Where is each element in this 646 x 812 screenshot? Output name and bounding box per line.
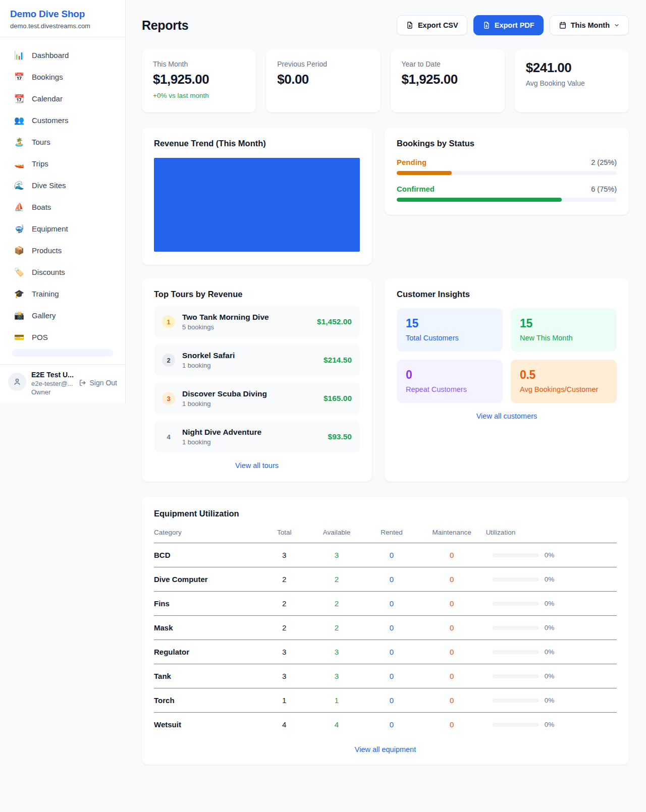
sidebar-item-bookings[interactable]: 📅 Bookings: [6, 66, 119, 88]
tile-value: 15: [406, 317, 494, 330]
utilization-label: 0%: [545, 672, 555, 680]
stat-value: $0.00: [277, 72, 369, 87]
stat-label: Year to Date: [402, 60, 494, 68]
sidebar-item-pos[interactable]: 💳 POS: [6, 326, 119, 348]
sidebar-item-dive-sites[interactable]: 🌊 Dive Sites: [6, 175, 119, 196]
col-header-available: Available: [308, 529, 365, 543]
cell-category: Regulator: [154, 640, 261, 664]
tour-row[interactable]: 3 Discover Scuba Diving 1 booking $165.0…: [154, 383, 360, 414]
cell-maintenance: 0: [418, 592, 486, 616]
col-header-utilization: Utilization: [486, 529, 617, 543]
sidebar-item-label: Products: [32, 246, 62, 255]
stat-label: Avg Booking Value: [526, 79, 618, 87]
sign-out-button[interactable]: Sign Out: [79, 379, 117, 387]
utilization-label: 0%: [545, 551, 555, 559]
revenue-trend-title: Revenue Trend (This Month): [154, 139, 360, 148]
cell-utilization: 0%: [486, 543, 617, 567]
sidebar-item-trips[interactable]: 🚤 Trips: [6, 153, 119, 175]
sidebar-item-customers[interactable]: 👥 Customers: [6, 109, 119, 131]
sidebar-item-boats[interactable]: ⛵ Boats: [6, 196, 119, 218]
utilization-track: [493, 723, 539, 727]
rank-badge: 3: [162, 392, 175, 405]
tour-name: Snorkel Safari: [182, 351, 316, 360]
period-dropdown[interactable]: This Month: [550, 15, 629, 35]
sidebar-item-tours[interactable]: 🏝️ Tours: [6, 131, 119, 153]
status-count: 2 (25%): [591, 158, 617, 166]
sidebar-item-label: Dive Sites: [32, 181, 66, 190]
table-row: Dive Computer 2 2 0 0 0%: [154, 567, 617, 592]
sidebar-item-training[interactable]: 🎓 Training: [6, 283, 119, 305]
cell-category: Wetsuit: [154, 713, 261, 737]
export-csv-label: Export CSV: [418, 21, 458, 29]
tour-row[interactable]: 2 Snorkel Safari 1 booking $214.50: [154, 344, 360, 376]
calendar-icon: 📆: [14, 95, 24, 103]
stat-cards: This Month $1,925.00 +0% vs last month P…: [142, 49, 629, 112]
table-row: Torch 1 1 0 0 0%: [154, 688, 617, 713]
sidebar-item-calendar[interactable]: 📆 Calendar: [6, 88, 119, 109]
cell-category: Tank: [154, 664, 261, 688]
tour-name: Discover Scuba Diving: [182, 389, 316, 398]
revenue-trend-chart: [154, 158, 360, 252]
tile-total-customers: 15 Total Customers: [397, 308, 503, 352]
sidebar-item-discounts[interactable]: 🏷️ Discounts: [6, 261, 119, 283]
cell-utilization: 0%: [486, 616, 617, 640]
top-tours-title: Top Tours by Revenue: [154, 289, 360, 299]
utilization-label: 0%: [545, 648, 555, 656]
lists-row: Top Tours by Revenue 1 Two Tank Morning …: [142, 278, 629, 482]
col-header-rented: Rented: [365, 529, 418, 543]
customer-insights-card: Customer Insights 15 Total Customers 15 …: [385, 278, 629, 482]
tour-bookings: 5 bookings: [182, 323, 310, 331]
utilization-label: 0%: [545, 697, 555, 704]
cell-category: Dive Computer: [154, 567, 261, 592]
sidebar-item-products[interactable]: 📦 Products: [6, 240, 119, 261]
tour-row[interactable]: 1 Two Tank Morning Dive 5 bookings $1,45…: [154, 306, 360, 337]
tour-name: Two Tank Morning Dive: [182, 313, 310, 322]
tag-icon: 🏷️: [14, 268, 24, 276]
tour-revenue: $93.50: [328, 432, 352, 441]
header-actions: Export CSV Export PDF This Month: [397, 15, 629, 35]
cell-maintenance: 0: [418, 713, 486, 737]
cell-rented: 0: [365, 664, 418, 688]
view-all-equipment-link[interactable]: View all equipment: [154, 745, 617, 753]
cell-total: 2: [261, 616, 308, 640]
main-content: Reports Export CSV Export PDF This Month: [126, 0, 646, 765]
charts-row: Revenue Trend (This Month) Bookings by S…: [142, 128, 629, 265]
page-title: Reports: [142, 18, 188, 33]
insight-tiles: 15 Total Customers 15 New This Month 0 R…: [397, 308, 617, 403]
status-progress-track: [397, 171, 617, 175]
cell-category: Mask: [154, 616, 261, 640]
table-header-row: Category Total Available Rented Maintena…: [154, 529, 617, 543]
calendar-icon: [559, 21, 567, 29]
sidebar-item-equipment[interactable]: 🤿 Equipment: [6, 218, 119, 240]
tile-label: New This Month: [520, 334, 608, 342]
brand-domain: demo.test.divestreams.com: [10, 22, 115, 30]
user-role: Owner: [31, 388, 74, 396]
file-download-icon: [482, 21, 491, 29]
page-header: Reports Export CSV Export PDF This Month: [142, 15, 629, 35]
sidebar-item-reports-partial[interactable]: [12, 349, 113, 357]
stat-value: $1,925.00: [153, 72, 245, 87]
cell-maintenance: 0: [418, 616, 486, 640]
tour-row[interactable]: 4 Night Dive Adventure 1 booking $93.50: [154, 421, 360, 452]
speedboat-icon: 🚤: [14, 160, 24, 168]
stat-card-previous-period: Previous Period $0.00: [266, 49, 380, 112]
status-progress-fill: [397, 171, 452, 175]
tour-revenue: $165.00: [324, 394, 352, 403]
col-header-category: Category: [154, 529, 261, 543]
cell-available: 1: [308, 688, 365, 713]
tile-avg-bookings-customer: 0.5 Avg Bookings/Customer: [511, 360, 617, 403]
export-csv-button[interactable]: Export CSV: [397, 15, 467, 35]
sidebar-item-gallery[interactable]: 📸 Gallery: [6, 305, 119, 326]
cell-maintenance: 0: [418, 567, 486, 592]
export-pdf-button[interactable]: Export PDF: [473, 15, 544, 35]
utilization-label: 0%: [545, 600, 555, 607]
col-header-total: Total: [261, 529, 308, 543]
view-all-customers-link[interactable]: View all customers: [397, 412, 617, 420]
view-all-tours-link[interactable]: View all tours: [154, 461, 360, 470]
cell-available: 2: [308, 567, 365, 592]
brand-name: Demo Dive Shop: [10, 9, 115, 20]
chevron-down-icon: [614, 22, 620, 28]
cell-category: Torch: [154, 688, 261, 713]
person-icon: [13, 377, 22, 386]
sidebar-item-dashboard[interactable]: 📊 Dashboard: [6, 44, 119, 66]
